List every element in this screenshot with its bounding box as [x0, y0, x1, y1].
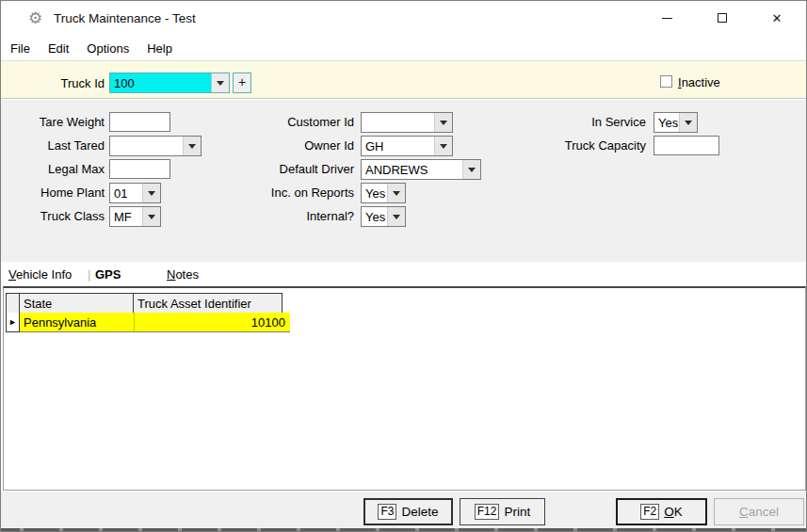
- truck-class-label: Truck Class: [1, 209, 105, 223]
- button-bar: F3 Delete F12 Print F2 OK Cancel: [1, 492, 806, 530]
- minimize-icon: [662, 18, 672, 19]
- inactive-label: Inactive: [678, 75, 720, 89]
- in-service-combo[interactable]: Yes: [654, 112, 698, 133]
- form-area: Tare Weight Last Tared Legal Max Home Pl…: [1, 100, 806, 262]
- chevron-down-icon: [183, 137, 201, 155]
- legal-max-label: Legal Max: [1, 162, 105, 176]
- delete-button[interactable]: F3 Delete: [363, 498, 453, 525]
- truck-class-combo[interactable]: MF: [109, 206, 161, 227]
- customer-id-combo[interactable]: [361, 112, 453, 133]
- in-service-label: In Service: [528, 115, 646, 129]
- truck-id-value: 100: [110, 73, 211, 92]
- close-icon: ✕: [772, 12, 783, 24]
- owner-id-combo[interactable]: GH: [361, 136, 453, 156]
- tare-weight-label: Tare Weight: [1, 115, 105, 129]
- menu-bar: File Edit Options Help: [1, 37, 806, 61]
- dot-grid: State Truck Asset Identifier ► Pennsylva…: [3, 286, 806, 491]
- chevron-down-icon: [462, 160, 480, 179]
- print-button[interactable]: F12 Print: [460, 498, 545, 525]
- add-truck-button[interactable]: +: [233, 73, 251, 93]
- last-tared-label: Last Tared: [1, 138, 105, 153]
- grid-header-selector: [6, 293, 20, 314]
- legal-max-input[interactable]: [109, 159, 170, 179]
- home-plant-combo[interactable]: 01: [109, 183, 161, 203]
- maximize-icon: [718, 13, 727, 23]
- default-driver-label: Default Driver: [255, 162, 354, 176]
- default-driver-combo[interactable]: ANDREWS: [361, 159, 481, 180]
- menu-help[interactable]: Help: [147, 41, 172, 60]
- maximize-button[interactable]: [701, 3, 744, 33]
- internal-label: Internal?: [255, 209, 354, 223]
- tare-weight-input[interactable]: [109, 112, 170, 132]
- chevron-down-icon: [142, 207, 160, 226]
- inc-on-reports-label: Inc. on Reports: [255, 185, 354, 200]
- grid-header-identifier[interactable]: Truck Asset Identifier: [133, 293, 282, 314]
- truck-maintenance-window: ⚙ Truck Maintenance - Test ✕ File Edit O…: [0, 0, 807, 532]
- truck-capacity-label: Truck Capacity: [528, 138, 646, 153]
- cancel-button[interactable]: Cancel: [714, 498, 804, 525]
- truck-capacity-input[interactable]: [654, 136, 719, 155]
- chevron-down-icon[interactable]: [211, 73, 229, 92]
- cell-identifier[interactable]: 10100: [135, 313, 290, 332]
- f3-keycap: F3: [378, 504, 396, 520]
- owner-id-label: Owner Id: [255, 138, 354, 153]
- table-row[interactable]: ► Pennsylvania 10100: [6, 313, 290, 332]
- title-bar: ⚙ Truck Maintenance - Test ✕: [1, 1, 806, 37]
- f12-keycap: F12: [475, 504, 500, 520]
- menu-options[interactable]: Options: [87, 41, 129, 60]
- window-title: Truck Maintenance - Test: [54, 11, 196, 25]
- tab-gps[interactable]: GPS: [95, 267, 121, 282]
- close-button[interactable]: ✕: [755, 3, 799, 33]
- gear-icon: ⚙: [26, 9, 44, 27]
- inactive-checkbox[interactable]: [660, 75, 672, 88]
- home-plant-label: Home Plant: [1, 185, 105, 200]
- last-tared-combo[interactable]: [109, 136, 202, 156]
- chevron-down-icon: [434, 113, 452, 132]
- truck-id-label: Truck Id: [1, 76, 105, 90]
- tab-notes[interactable]: Notes: [167, 267, 199, 282]
- taskbar-edge: [1, 528, 806, 531]
- grid-header-row: State Truck Asset Identifier: [6, 293, 282, 314]
- chevron-down-icon: [387, 207, 405, 226]
- ok-button[interactable]: F2 OK: [616, 498, 707, 525]
- chevron-down-icon: [434, 137, 452, 155]
- truck-id-band: Truck Id 100 + Inactive: [1, 61, 806, 99]
- tab-separator: |: [88, 267, 90, 282]
- grid-header-state[interactable]: State: [19, 293, 134, 314]
- tab-vehicle-info[interactable]: Vehicle Info: [8, 267, 72, 282]
- chevron-down-icon: [387, 184, 405, 202]
- menu-edit[interactable]: Edit: [48, 41, 69, 60]
- inc-on-reports-combo[interactable]: Yes: [361, 183, 406, 203]
- chevron-down-icon: [142, 184, 160, 202]
- customer-id-label: Customer Id: [255, 115, 354, 129]
- truck-id-combo[interactable]: 100: [109, 73, 230, 93]
- internal-combo[interactable]: Yes: [361, 206, 406, 227]
- menu-file[interactable]: File: [10, 41, 30, 60]
- chevron-down-icon: [679, 113, 697, 132]
- tab-strip: Vehicle Info | GPS DOT Notes: [1, 262, 806, 286]
- row-selector-icon: ►: [6, 313, 20, 332]
- f2-keycap: F2: [640, 504, 659, 520]
- minimize-button[interactable]: [645, 3, 688, 33]
- cell-state[interactable]: Pennsylvania: [20, 313, 135, 332]
